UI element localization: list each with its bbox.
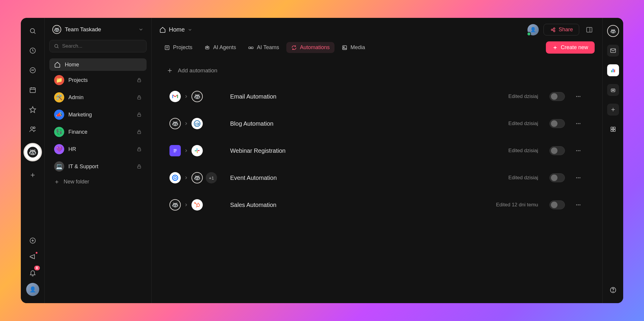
sidebar-item-it-support[interactable]: 💻 IT & Support bbox=[49, 158, 147, 174]
edited-timestamp: Edited dzisiaj bbox=[508, 175, 538, 181]
more-options-icon[interactable] bbox=[572, 200, 585, 210]
svg-rect-87 bbox=[611, 127, 612, 129]
sidebar-item-home[interactable]: Home bbox=[49, 58, 147, 71]
notifications-icon[interactable]: 8 bbox=[27, 267, 39, 279]
enable-toggle[interactable] bbox=[549, 173, 565, 182]
automation-row[interactable]: 🦝 Blog Automation Edited dzisiaj bbox=[167, 110, 588, 137]
mail-icon[interactable] bbox=[607, 45, 619, 57]
automation-row[interactable]: 🦝 Email Automation Edited dzisiaj bbox=[167, 83, 588, 110]
automation-flow-icons: 🦝 +1 bbox=[169, 172, 223, 183]
svg-point-64 bbox=[579, 150, 580, 151]
sidebar-item-projects[interactable]: 📁 Projects bbox=[49, 72, 147, 88]
svg-point-69 bbox=[579, 177, 580, 178]
workspace-avatar[interactable]: 🦝 bbox=[23, 143, 42, 161]
nav-rail-left: 🦝 8 👤 bbox=[21, 18, 45, 303]
tab-projects[interactable]: Projects bbox=[159, 42, 197, 53]
folder-icon: 📁 bbox=[54, 75, 64, 85]
svg-point-76 bbox=[578, 204, 579, 205]
svg-rect-88 bbox=[613, 127, 615, 129]
enable-toggle[interactable] bbox=[549, 200, 565, 209]
tab-ai-agents[interactable]: AI Agents bbox=[200, 42, 241, 53]
enable-toggle[interactable] bbox=[549, 92, 565, 101]
svg-point-92 bbox=[613, 291, 613, 292]
share-icon bbox=[550, 27, 556, 33]
robot-icon[interactable] bbox=[607, 84, 619, 96]
sidebar-item-marketing[interactable]: 📣 Marketing bbox=[49, 107, 147, 123]
add-panel-button[interactable] bbox=[607, 104, 619, 116]
new-folder-button[interactable]: New folder bbox=[49, 176, 147, 188]
more-options-icon[interactable] bbox=[572, 173, 585, 183]
edited-timestamp: Edited 12 dni temu bbox=[496, 202, 538, 208]
share-button[interactable]: Share bbox=[544, 24, 579, 35]
automation-flow-icons: 🦝 bbox=[169, 199, 223, 211]
calendar-icon[interactable] bbox=[27, 84, 39, 96]
svg-point-26 bbox=[551, 29, 553, 30]
star-icon[interactable] bbox=[27, 104, 39, 116]
sidebar-item-label: Marketing bbox=[68, 112, 92, 118]
create-new-label: Create new bbox=[561, 44, 588, 51]
panel-toggle-icon[interactable] bbox=[584, 24, 595, 35]
announcements-icon[interactable] bbox=[27, 251, 39, 263]
search-input-wrapper[interactable] bbox=[49, 40, 147, 52]
breadcrumb[interactable]: Home bbox=[159, 26, 192, 33]
svg-point-68 bbox=[578, 177, 579, 178]
svg-point-70 bbox=[197, 204, 200, 206]
search-input[interactable] bbox=[62, 43, 142, 49]
svg-rect-22 bbox=[138, 149, 141, 151]
chevron-right-icon bbox=[184, 121, 189, 126]
svg-point-16 bbox=[55, 44, 58, 48]
svg-line-30 bbox=[553, 30, 554, 31]
svg-point-63 bbox=[578, 150, 579, 151]
notification-count-badge: 8 bbox=[34, 266, 40, 270]
svg-point-53 bbox=[578, 123, 579, 124]
tab-ai-teams[interactable]: AI Teams bbox=[243, 42, 284, 53]
add-automation-button[interactable]: Add automation bbox=[167, 62, 588, 83]
sidebar-item-finance[interactable]: 💱 Finance bbox=[49, 124, 147, 140]
help-icon[interactable] bbox=[607, 284, 619, 296]
workspace-switcher[interactable]: 🦝 Team Taskade bbox=[49, 23, 147, 36]
create-new-button[interactable]: Create new bbox=[546, 41, 595, 54]
tab-media[interactable]: Media bbox=[337, 42, 370, 53]
chevron-right-icon bbox=[184, 148, 189, 153]
content-area: Add automation 🦝 Email Automation Edited… bbox=[152, 59, 602, 303]
agent-icon[interactable]: 🦝 bbox=[607, 25, 619, 37]
clock-icon[interactable] bbox=[27, 45, 39, 57]
svg-point-38 bbox=[207, 47, 208, 48]
tabs: Projects AI Agents AI Teams Automations … bbox=[152, 38, 602, 59]
svg-rect-90 bbox=[613, 130, 615, 131]
automation-name: Email Automation bbox=[230, 93, 501, 100]
more-options-icon[interactable] bbox=[572, 146, 585, 156]
people-icon[interactable] bbox=[27, 123, 39, 135]
member-avatar[interactable]: 👤 bbox=[527, 24, 539, 35]
slack-icon bbox=[191, 145, 203, 156]
svg-line-1 bbox=[34, 32, 35, 34]
automation-row[interactable]: 🦝 +1 Event Automation Edited dzisiaj bbox=[167, 164, 588, 191]
svg-rect-20 bbox=[138, 114, 141, 116]
tab-label: Media bbox=[351, 44, 365, 51]
more-options-icon[interactable] bbox=[572, 91, 585, 102]
enable-toggle[interactable] bbox=[549, 119, 565, 128]
svg-marker-8 bbox=[30, 107, 36, 113]
svg-rect-23 bbox=[138, 166, 141, 168]
lock-icon bbox=[136, 147, 142, 152]
new-item-icon[interactable] bbox=[27, 235, 39, 247]
tab-automations[interactable]: Automations bbox=[286, 42, 334, 53]
automation-name: Event Automation bbox=[230, 174, 501, 181]
automation-row[interactable]: 🦝 Sales Automation Edited 12 dni temu bbox=[167, 191, 588, 218]
svg-point-62 bbox=[576, 150, 577, 151]
enable-toggle[interactable] bbox=[549, 146, 565, 155]
sidebar-item-hr[interactable]: 💜 HR bbox=[49, 141, 147, 157]
svg-rect-18 bbox=[138, 80, 141, 82]
search-icon[interactable] bbox=[27, 25, 39, 37]
sidebar-item-admin[interactable]: 🛠️ Admin bbox=[49, 89, 147, 105]
share-label: Share bbox=[559, 27, 573, 33]
taskade-icon: 🦝 bbox=[169, 199, 181, 211]
apps-grid-icon[interactable] bbox=[607, 123, 619, 135]
automation-row[interactable]: Webinar Registration Edited dzisiaj bbox=[167, 137, 588, 164]
extra-steps-badge: +1 bbox=[206, 172, 217, 183]
more-options-icon[interactable] bbox=[572, 119, 585, 129]
chart-icon[interactable] bbox=[607, 64, 619, 76]
activity-icon[interactable] bbox=[27, 64, 39, 76]
user-avatar[interactable]: 👤 bbox=[26, 283, 39, 296]
add-workspace-button[interactable] bbox=[27, 169, 39, 181]
